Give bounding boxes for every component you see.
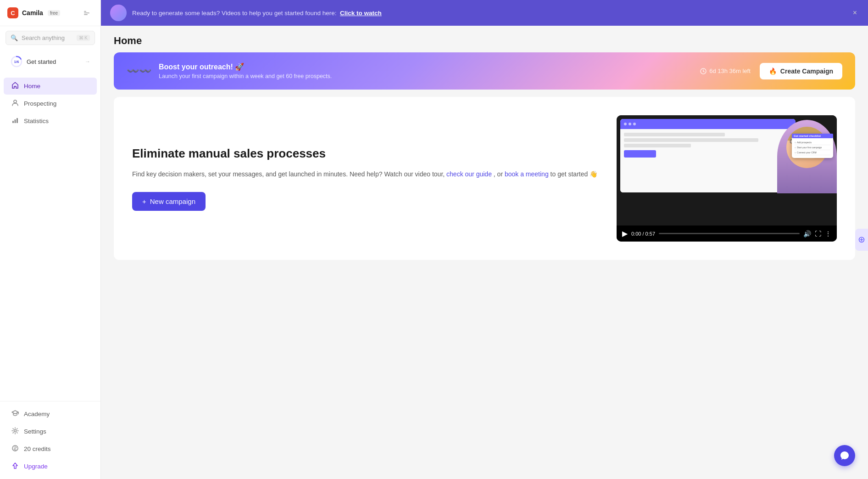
video-more-button[interactable]: ⋮ — [825, 230, 831, 237]
book-meeting-link[interactable]: book a meeting — [505, 170, 549, 178]
checklist-item-2: ○Start your first campaign — [795, 145, 830, 150]
academy-icon — [11, 410, 19, 418]
sidebar-item-prospecting-label: Prospecting — [24, 100, 56, 107]
checklist-item-3: ○Connect your CRM — [795, 150, 830, 155]
video-app-bar — [620, 119, 796, 129]
main-nav: Home Prospecting Statistics — [0, 73, 100, 401]
timer-icon — [700, 68, 707, 74]
notification-bar: Ready to generate some leads? Videos to … — [101, 0, 868, 26]
search-icon: 🔍 — [11, 34, 18, 41]
sidebar-header: C Camila free — [0, 0, 100, 26]
check-guide-link[interactable]: check our guide — [446, 170, 492, 178]
card-description: Find key decision makers, set your messa… — [132, 169, 598, 179]
search-placeholder: Search anything — [22, 34, 73, 41]
banner-waves-icon: 〰️〰️ — [127, 65, 151, 77]
main-card: Eliminate manual sales processes Find ke… — [114, 97, 855, 260]
card-title: Eliminate manual sales processes — [132, 146, 598, 162]
new-campaign-button[interactable]: + New campaign — [132, 192, 206, 211]
search-bar[interactable]: 🔍 Search anything ⌘ K — [6, 31, 95, 45]
prospecting-icon — [11, 99, 19, 108]
video-app-content — [620, 129, 796, 192]
banner-text: Boost your outreach! 🚀 Launch your first… — [159, 62, 332, 79]
checklist-item-1: ○Add prospects — [795, 140, 830, 145]
video-progress-bar[interactable] — [659, 233, 800, 234]
create-campaign-button[interactable]: 🔥 Create Campaign — [760, 63, 842, 79]
video-time: 0:00 / 0:57 — [631, 231, 655, 237]
upgrade-icon — [11, 462, 19, 471]
sidebar-item-academy-label: Academy — [24, 411, 50, 417]
sidebar-toggle-button[interactable] — [80, 6, 93, 19]
sidebar-item-statistics[interactable]: Statistics — [4, 113, 97, 130]
banner-right: 6d 13h 36m left 🔥 Create Campaign — [700, 63, 842, 79]
create-campaign-icon: 🔥 — [769, 68, 777, 75]
sidebar-item-academy[interactable]: Academy — [4, 406, 97, 423]
notification-avatar-image — [110, 5, 127, 21]
sidebar-item-upgrade-label: Upgrade — [24, 463, 48, 470]
svg-point-5 — [14, 100, 17, 103]
svg-rect-1 — [84, 13, 89, 14]
main-content: Ready to generate some leads? Videos to … — [101, 0, 868, 479]
svg-rect-7 — [15, 119, 16, 123]
settings-icon — [11, 427, 19, 436]
new-campaign-plus-icon: + — [142, 197, 146, 205]
sidebar-item-settings[interactable]: Settings — [4, 423, 97, 440]
video-fullscreen-button[interactable]: ⛶ — [815, 230, 821, 237]
video-play-button[interactable]: ▶ — [622, 229, 628, 238]
svg-rect-6 — [12, 121, 14, 123]
content-area: 〰️〰️ Boost your outreach! 🚀 Launch your … — [101, 52, 868, 273]
video-player[interactable]: Get started checklist ○Add prospects ○St… — [617, 115, 837, 242]
page-title: Home — [114, 35, 855, 47]
banner-timer: 6d 13h 36m left — [700, 68, 751, 74]
notification-avatar — [110, 5, 127, 21]
sidebar-bottom: Academy Settings 20 credits — [0, 401, 100, 479]
search-shortcut: ⌘ K — [77, 35, 90, 41]
get-started-item[interactable]: 1/6 Get started → — [6, 51, 95, 72]
get-started-arrow-icon: → — [85, 58, 90, 65]
sidebar-item-credits[interactable]: 20 credits — [4, 440, 97, 457]
sidebar-item-statistics-label: Statistics — [24, 118, 49, 124]
video-preview: Get started checklist ○Add prospects ○St… — [617, 115, 837, 225]
progress-circle: 1/6 — [10, 55, 23, 68]
get-started-label: Get started — [27, 58, 81, 65]
timer-text: 6d 13h 36m left — [709, 68, 751, 74]
chat-button[interactable] — [834, 445, 855, 466]
sidebar-item-credits-label: 20 credits — [24, 445, 51, 452]
svg-point-10 — [14, 430, 17, 432]
notification-link[interactable]: Click to watch — [340, 10, 382, 17]
svg-rect-8 — [17, 118, 18, 123]
credits-icon — [11, 445, 19, 453]
sidebar-item-upgrade[interactable]: Upgrade — [4, 458, 97, 475]
video-checklist-overlay: Get started checklist ○Add prospects ○St… — [792, 134, 833, 158]
svg-rect-2 — [84, 14, 88, 15]
notification-text: Ready to generate some leads? Videos to … — [132, 10, 846, 17]
sidebar-item-prospecting[interactable]: Prospecting — [4, 95, 97, 112]
sidebar-item-home-label: Home — [24, 83, 40, 90]
notification-close-button[interactable]: × — [851, 9, 859, 17]
statistics-icon — [11, 117, 19, 125]
page-header: Home — [101, 26, 868, 52]
banner-subtitle: Launch your first campaign within a week… — [159, 73, 332, 79]
svg-rect-0 — [84, 11, 86, 12]
card-left: Eliminate manual sales processes Find ke… — [132, 146, 598, 211]
new-campaign-label: New campaign — [150, 197, 195, 205]
sidebar-logo: C Camila free — [7, 7, 60, 18]
video-app-preview — [620, 119, 796, 192]
video-controls: ▶ 0:00 / 0:57 🔊 ⛶ ⋮ — [617, 225, 837, 242]
banner-left: 〰️〰️ Boost your outreach! 🚀 Launch your … — [127, 62, 332, 79]
plan-badge: free — [48, 10, 60, 16]
side-panel-toggle[interactable] — [855, 229, 868, 251]
sidebar: C Camila free 🔍 Search anything ⌘ K 1/6 … — [0, 0, 101, 479]
sidebar-item-settings-label: Settings — [24, 428, 46, 435]
promo-banner: 〰️〰️ Boost your outreach! 🚀 Launch your … — [114, 52, 855, 90]
video-volume-button[interactable]: 🔊 — [803, 230, 811, 237]
home-icon — [11, 82, 19, 90]
banner-title: Boost your outreach! 🚀 — [159, 62, 332, 71]
sidebar-item-home[interactable]: Home — [4, 78, 97, 95]
app-name: Camila — [22, 9, 43, 17]
progress-text: 1/6 — [14, 60, 19, 64]
logo-icon: C — [7, 7, 18, 18]
